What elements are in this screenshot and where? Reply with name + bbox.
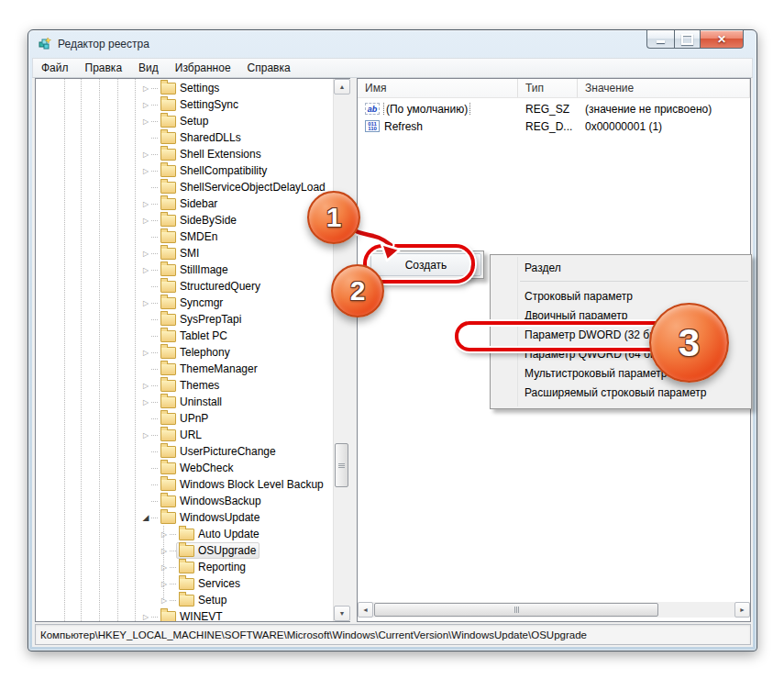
expander-collapsed-icon[interactable]: ▷ bbox=[140, 101, 151, 109]
scroll-right-button[interactable]: ► bbox=[734, 602, 750, 618]
expander-collapsed-icon[interactable]: ▷ bbox=[140, 349, 151, 357]
expander-collapsed-icon[interactable]: ▷ bbox=[140, 250, 151, 258]
tree-item[interactable]: ▷SMI bbox=[36, 245, 203, 262]
tree-item-group[interactable]: Sidebar bbox=[158, 195, 221, 212]
tree-item[interactable]: SharedDLLs bbox=[36, 129, 245, 146]
tree-item-group[interactable]: StillImage bbox=[158, 262, 232, 278]
tree-item[interactable]: SMDEn bbox=[36, 228, 221, 245]
expander-expanded-icon[interactable]: ◢ bbox=[140, 513, 151, 522]
value-name-cell[interactable]: 011110Refresh bbox=[358, 120, 518, 133]
tree-item[interactable]: UPnP bbox=[36, 410, 212, 427]
tree-item[interactable]: ▷Services bbox=[36, 575, 244, 592]
scroll-down-button[interactable]: ▼ bbox=[334, 606, 350, 621]
tree-item-group[interactable]: WebCheck bbox=[158, 460, 237, 476]
tree-item-group[interactable]: Setup bbox=[158, 113, 212, 129]
scrollbar-thumb[interactable] bbox=[374, 603, 658, 617]
maximize-button[interactable] bbox=[674, 30, 700, 49]
tree-item-group[interactable]: SysPrepTapi bbox=[158, 311, 245, 328]
column-header-3[interactable]: Значение bbox=[578, 79, 750, 97]
menubar-item-4[interactable]: Избранное bbox=[167, 59, 239, 77]
tree-item-group[interactable]: Shell Extensions bbox=[158, 146, 265, 162]
tree-item-group[interactable]: StructuredQuery bbox=[158, 278, 264, 295]
value-row[interactable]: 011110RefreshREG_D...0x00000001 (1) bbox=[358, 117, 750, 135]
tree-item[interactable]: ▷URL bbox=[36, 427, 205, 443]
expander-collapsed-icon[interactable]: ▷ bbox=[140, 613, 151, 621]
tree-item-group[interactable]: Setup bbox=[176, 592, 230, 608]
expander-collapsed-icon[interactable]: ▷ bbox=[140, 431, 151, 440]
tree-item-group[interactable]: WindowsUpdate bbox=[158, 509, 263, 526]
expander-collapsed-icon[interactable]: ▷ bbox=[159, 596, 170, 605]
tree-item-group[interactable]: Uninstall bbox=[158, 394, 226, 410]
tree-item-group[interactable]: Themes bbox=[158, 377, 223, 394]
tree-item[interactable]: ▷Setup bbox=[36, 113, 212, 129]
tree-item-group[interactable]: URL bbox=[158, 427, 205, 443]
expander-collapsed-icon[interactable]: ▷ bbox=[140, 398, 151, 406]
tree-item[interactable]: ▷Setup bbox=[36, 592, 230, 608]
tree-vertical-scrollbar[interactable]: ▲ ▼ bbox=[333, 79, 350, 621]
expander-collapsed-icon[interactable]: ▷ bbox=[140, 200, 151, 208]
tree-item[interactable]: ▷Shell Extensions bbox=[36, 146, 265, 162]
tree-item[interactable]: WebCheck bbox=[36, 460, 237, 476]
submenu-item-3[interactable]: Строковый параметр bbox=[493, 286, 748, 306]
tree-item-group[interactable]: Windows Block Level Backup bbox=[158, 476, 327, 493]
scroll-up-button[interactable]: ▲ bbox=[334, 79, 350, 95]
close-button[interactable]: ✕ bbox=[700, 30, 744, 49]
tree-item[interactable]: ▷Reporting bbox=[36, 559, 249, 575]
tree-item[interactable]: ▷WINEVT bbox=[36, 608, 226, 622]
tree-item[interactable]: WindowsBackup bbox=[36, 493, 265, 509]
minimize-button[interactable] bbox=[646, 30, 674, 49]
menubar-item-3[interactable]: Вид bbox=[130, 59, 167, 77]
expander-collapsed-icon[interactable]: ▷ bbox=[140, 150, 151, 159]
tree-item-group[interactable]: Tablet PC bbox=[158, 328, 231, 344]
tree-item[interactable]: ▷StillImage bbox=[36, 262, 232, 278]
tree-item[interactable]: ▷Syncmgr bbox=[36, 295, 226, 311]
tree-item[interactable]: ▷Uninstall bbox=[36, 394, 226, 410]
expander-collapsed-icon[interactable]: ▷ bbox=[159, 530, 170, 539]
tree-item-group[interactable]: Reporting bbox=[176, 559, 249, 575]
tree-item[interactable]: SysPrepTapi bbox=[36, 311, 245, 328]
tree-item[interactable]: Tablet PC bbox=[36, 328, 231, 344]
tree-item-group[interactable]: UPnP bbox=[158, 410, 212, 427]
expander-collapsed-icon[interactable]: ▷ bbox=[140, 217, 151, 225]
tree-item[interactable]: ▷Auto Update bbox=[36, 526, 263, 542]
tree-item-group[interactable]: ShellCompatibility bbox=[158, 162, 271, 179]
tree-item[interactable]: ShellServiceObjectDelayLoad bbox=[36, 179, 329, 195]
tree-item-group[interactable]: SMDEn bbox=[158, 228, 221, 245]
tree-item[interactable]: ▷OSUpgrade bbox=[36, 542, 259, 559]
expander-collapsed-icon[interactable]: ▷ bbox=[159, 580, 170, 588]
expander-collapsed-icon[interactable]: ▷ bbox=[159, 563, 170, 572]
value-row[interactable]: ab(По умолчанию)REG_SZ(значение не присв… bbox=[358, 100, 750, 117]
tree-item-group[interactable]: WINEVT bbox=[158, 608, 226, 622]
list-horizontal-scrollbar[interactable]: ◄ ► bbox=[358, 602, 750, 618]
submenu-item-8[interactable]: Расширяемый строковый параметр bbox=[493, 383, 748, 402]
registry-tree-panel[interactable]: ▷Settings▷SettingSync▷SetupSharedDLLs▷Sh… bbox=[35, 78, 350, 622]
scrollbar-thumb[interactable] bbox=[335, 443, 348, 487]
tree-item-group[interactable]: UserPictureChange bbox=[158, 443, 280, 460]
expander-collapsed-icon[interactable]: ▷ bbox=[140, 266, 151, 274]
tree-item-group[interactable]: ThemeManager bbox=[158, 361, 261, 377]
value-name-cell[interactable]: ab(По умолчанию) bbox=[358, 103, 518, 116]
tree-item-group[interactable]: ShellServiceObjectDelayLoad bbox=[158, 179, 329, 195]
menubar-item-2[interactable]: Правка bbox=[77, 59, 131, 77]
submenu-item-1[interactable]: Раздел bbox=[493, 258, 748, 277]
tree-item-group[interactable]: Syncmgr bbox=[158, 295, 226, 311]
expander-collapsed-icon[interactable]: ▷ bbox=[140, 167, 151, 175]
tree-item[interactable]: ThemeManager bbox=[36, 361, 261, 377]
tree-item-group[interactable]: Telephony bbox=[158, 344, 234, 361]
tree-item-group[interactable]: OSUpgrade bbox=[176, 542, 259, 559]
tree-item[interactable]: UserPictureChange bbox=[36, 443, 280, 460]
tree-item[interactable]: ▷SideBySide bbox=[36, 212, 240, 228]
tree-item[interactable]: ▷ShellCompatibility bbox=[36, 162, 271, 179]
tree-item-group[interactable]: WindowsBackup bbox=[158, 493, 265, 509]
column-header-2[interactable]: Тип bbox=[518, 79, 578, 97]
tree-item[interactable]: ▷Sidebar bbox=[36, 195, 221, 212]
tree-item-group[interactable]: SettingSync bbox=[158, 96, 242, 113]
menubar-item-5[interactable]: Справка bbox=[239, 59, 299, 77]
titlebar[interactable]: Редактор реестра ✕ bbox=[28, 30, 756, 58]
tree-item[interactable]: ▷Telephony bbox=[36, 344, 234, 361]
tree-item-group[interactable]: Auto Update bbox=[176, 526, 263, 542]
expander-collapsed-icon[interactable]: ▷ bbox=[159, 547, 170, 555]
expander-collapsed-icon[interactable]: ▷ bbox=[140, 299, 151, 307]
tree-item[interactable]: ▷Settings bbox=[36, 80, 223, 96]
tree-item-group[interactable]: Services bbox=[176, 575, 244, 592]
